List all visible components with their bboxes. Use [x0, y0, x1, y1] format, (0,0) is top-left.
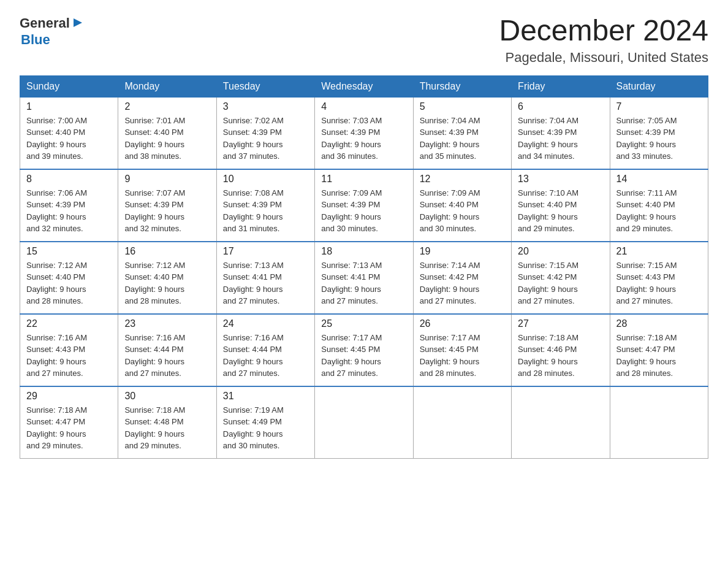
- day-number: 11: [321, 174, 406, 185]
- day-info: Sunrise: 7:14 AM Sunset: 4:42 PM Dayligh…: [420, 259, 505, 307]
- title-block: December 2024 Pagedale, Missouri, United…: [499, 15, 708, 66]
- header-tuesday: Tuesday: [216, 75, 314, 97]
- table-row: 10 Sunrise: 7:08 AM Sunset: 4:39 PM Dayl…: [216, 169, 314, 242]
- day-info: Sunrise: 7:02 AM Sunset: 4:39 PM Dayligh…: [223, 115, 308, 163]
- calendar-table: Sunday Monday Tuesday Wednesday Thursday…: [20, 75, 708, 459]
- day-number: 30: [124, 391, 210, 402]
- logo-blue-text: Blue: [21, 32, 50, 48]
- day-info: Sunrise: 7:17 AM Sunset: 4:45 PM Dayligh…: [321, 332, 406, 380]
- day-info: Sunrise: 7:16 AM Sunset: 4:43 PM Dayligh…: [26, 332, 112, 380]
- day-info: Sunrise: 7:08 AM Sunset: 4:39 PM Dayligh…: [223, 187, 308, 235]
- table-row: 15 Sunrise: 7:12 AM Sunset: 4:40 PM Dayl…: [20, 242, 118, 314]
- day-info: Sunrise: 7:12 AM Sunset: 4:40 PM Dayligh…: [124, 259, 210, 307]
- day-info: Sunrise: 7:01 AM Sunset: 4:40 PM Dayligh…: [124, 115, 210, 163]
- table-row: 26 Sunrise: 7:17 AM Sunset: 4:45 PM Dayl…: [413, 314, 511, 386]
- day-number: 29: [26, 391, 112, 402]
- day-number: 24: [223, 318, 308, 329]
- location-title: Pagedale, Missouri, United States: [499, 50, 708, 66]
- logo-general-text: General: [20, 15, 70, 31]
- table-row: 30 Sunrise: 7:18 AM Sunset: 4:48 PM Dayl…: [118, 386, 216, 459]
- day-info: Sunrise: 7:00 AM Sunset: 4:40 PM Dayligh…: [26, 115, 112, 163]
- table-row: 18 Sunrise: 7:13 AM Sunset: 4:41 PM Dayl…: [315, 242, 413, 314]
- day-number: 20: [518, 246, 603, 257]
- table-row: 6 Sunrise: 7:04 AM Sunset: 4:39 PM Dayli…: [512, 97, 610, 169]
- day-info: Sunrise: 7:04 AM Sunset: 4:39 PM Dayligh…: [420, 115, 505, 163]
- day-info: Sunrise: 7:06 AM Sunset: 4:39 PM Dayligh…: [26, 187, 112, 235]
- day-number: 4: [321, 101, 406, 112]
- day-info: Sunrise: 7:18 AM Sunset: 4:47 PM Dayligh…: [616, 332, 702, 380]
- day-number: 10: [223, 174, 308, 185]
- day-info: Sunrise: 7:15 AM Sunset: 4:42 PM Dayligh…: [518, 259, 603, 307]
- day-info: Sunrise: 7:13 AM Sunset: 4:41 PM Dayligh…: [223, 259, 308, 307]
- logo: General Blue: [20, 15, 85, 48]
- day-number: 2: [124, 101, 210, 112]
- day-info: Sunrise: 7:16 AM Sunset: 4:44 PM Dayligh…: [223, 332, 308, 380]
- calendar-week-row: 1 Sunrise: 7:00 AM Sunset: 4:40 PM Dayli…: [20, 97, 708, 169]
- day-info: Sunrise: 7:09 AM Sunset: 4:39 PM Dayligh…: [321, 187, 406, 235]
- day-number: 9: [124, 174, 210, 185]
- table-row: 7 Sunrise: 7:05 AM Sunset: 4:39 PM Dayli…: [610, 97, 708, 169]
- table-row: 13 Sunrise: 7:10 AM Sunset: 4:40 PM Dayl…: [512, 169, 610, 242]
- table-row: 4 Sunrise: 7:03 AM Sunset: 4:39 PM Dayli…: [315, 97, 413, 169]
- header-thursday: Thursday: [413, 75, 511, 97]
- day-info: Sunrise: 7:04 AM Sunset: 4:39 PM Dayligh…: [518, 115, 603, 163]
- table-row: 22 Sunrise: 7:16 AM Sunset: 4:43 PM Dayl…: [20, 314, 118, 386]
- day-number: 15: [26, 246, 112, 257]
- day-info: Sunrise: 7:16 AM Sunset: 4:44 PM Dayligh…: [124, 332, 210, 380]
- table-row: 20 Sunrise: 7:15 AM Sunset: 4:42 PM Dayl…: [512, 242, 610, 314]
- calendar-header-row: Sunday Monday Tuesday Wednesday Thursday…: [20, 75, 708, 97]
- table-row: 9 Sunrise: 7:07 AM Sunset: 4:39 PM Dayli…: [118, 169, 216, 242]
- day-number: 6: [518, 101, 603, 112]
- day-number: 31: [223, 391, 308, 402]
- day-info: Sunrise: 7:18 AM Sunset: 4:46 PM Dayligh…: [518, 332, 603, 380]
- table-row: 29 Sunrise: 7:18 AM Sunset: 4:47 PM Dayl…: [20, 386, 118, 459]
- header-sunday: Sunday: [20, 75, 118, 97]
- header-wednesday: Wednesday: [315, 75, 413, 97]
- table-row: 31 Sunrise: 7:19 AM Sunset: 4:49 PM Dayl…: [216, 386, 314, 459]
- day-number: 12: [420, 174, 505, 185]
- day-number: 28: [616, 318, 702, 329]
- table-row: 24 Sunrise: 7:16 AM Sunset: 4:44 PM Dayl…: [216, 314, 314, 386]
- day-info: Sunrise: 7:12 AM Sunset: 4:40 PM Dayligh…: [26, 259, 112, 307]
- day-number: 13: [518, 174, 603, 185]
- day-info: Sunrise: 7:03 AM Sunset: 4:39 PM Dayligh…: [321, 115, 406, 163]
- header-friday: Friday: [512, 75, 610, 97]
- day-number: 5: [420, 101, 505, 112]
- header-monday: Monday: [118, 75, 216, 97]
- table-row: 1 Sunrise: 7:00 AM Sunset: 4:40 PM Dayli…: [20, 97, 118, 169]
- header-saturday: Saturday: [610, 75, 708, 97]
- logo-arrow-icon: [71, 16, 85, 29]
- day-number: 21: [616, 246, 702, 257]
- table-row: 8 Sunrise: 7:06 AM Sunset: 4:39 PM Dayli…: [20, 169, 118, 242]
- table-row: 14 Sunrise: 7:11 AM Sunset: 4:40 PM Dayl…: [610, 169, 708, 242]
- day-number: 14: [616, 174, 702, 185]
- day-number: 25: [321, 318, 406, 329]
- table-row: 12 Sunrise: 7:09 AM Sunset: 4:40 PM Dayl…: [413, 169, 511, 242]
- calendar-week-row: 8 Sunrise: 7:06 AM Sunset: 4:39 PM Dayli…: [20, 169, 708, 242]
- table-row: 19 Sunrise: 7:14 AM Sunset: 4:42 PM Dayl…: [413, 242, 511, 314]
- page-header: General Blue December 2024 Pagedale, Mis…: [20, 15, 708, 66]
- day-info: Sunrise: 7:18 AM Sunset: 4:48 PM Dayligh…: [124, 404, 210, 452]
- day-number: 17: [223, 246, 308, 257]
- day-number: 3: [223, 101, 308, 112]
- day-number: 7: [616, 101, 702, 112]
- day-number: 8: [26, 174, 112, 185]
- table-row: [610, 386, 708, 459]
- table-row: [315, 386, 413, 459]
- table-row: 21 Sunrise: 7:15 AM Sunset: 4:43 PM Dayl…: [610, 242, 708, 314]
- day-number: 27: [518, 318, 603, 329]
- day-info: Sunrise: 7:19 AM Sunset: 4:49 PM Dayligh…: [223, 404, 308, 452]
- day-number: 23: [124, 318, 210, 329]
- calendar-week-row: 29 Sunrise: 7:18 AM Sunset: 4:47 PM Dayl…: [20, 386, 708, 459]
- day-number: 26: [420, 318, 505, 329]
- day-number: 16: [124, 246, 210, 257]
- day-info: Sunrise: 7:10 AM Sunset: 4:40 PM Dayligh…: [518, 187, 603, 235]
- table-row: 2 Sunrise: 7:01 AM Sunset: 4:40 PM Dayli…: [118, 97, 216, 169]
- day-info: Sunrise: 7:17 AM Sunset: 4:45 PM Dayligh…: [420, 332, 505, 380]
- table-row: 5 Sunrise: 7:04 AM Sunset: 4:39 PM Dayli…: [413, 97, 511, 169]
- day-info: Sunrise: 7:13 AM Sunset: 4:41 PM Dayligh…: [321, 259, 406, 307]
- svg-marker-0: [74, 18, 82, 27]
- table-row: 28 Sunrise: 7:18 AM Sunset: 4:47 PM Dayl…: [610, 314, 708, 386]
- day-number: 18: [321, 246, 406, 257]
- day-info: Sunrise: 7:07 AM Sunset: 4:39 PM Dayligh…: [124, 187, 210, 235]
